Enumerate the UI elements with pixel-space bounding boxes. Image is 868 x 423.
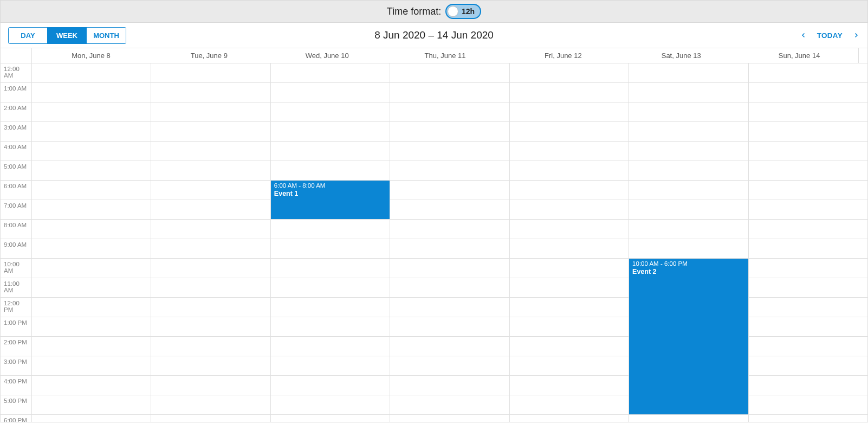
time-cell[interactable]: [390, 415, 509, 422]
time-cell[interactable]: [749, 220, 867, 239]
time-cell[interactable]: [510, 376, 629, 395]
time-cell[interactable]: [151, 259, 270, 278]
time-cell[interactable]: [32, 220, 151, 239]
time-cell[interactable]: [510, 161, 629, 181]
time-cell[interactable]: [271, 259, 390, 278]
time-cell[interactable]: [271, 278, 390, 298]
time-cell[interactable]: [151, 220, 270, 239]
time-cell[interactable]: [510, 200, 629, 220]
time-cell[interactable]: [510, 181, 629, 200]
time-cell[interactable]: [510, 337, 629, 356]
time-cell[interactable]: [510, 259, 629, 278]
time-cell[interactable]: [390, 239, 509, 259]
time-cell[interactable]: [390, 181, 509, 200]
time-cell[interactable]: [390, 122, 509, 142]
time-cell[interactable]: [151, 337, 270, 356]
time-cell[interactable]: [151, 83, 270, 102]
time-cell[interactable]: [629, 220, 748, 239]
time-cell[interactable]: [32, 83, 151, 102]
time-cell[interactable]: [271, 122, 390, 142]
time-cell[interactable]: [629, 142, 748, 161]
time-cell[interactable]: [390, 278, 509, 298]
time-cell[interactable]: [390, 142, 509, 161]
time-cell[interactable]: [629, 63, 748, 83]
view-week-button[interactable]: WEEK: [48, 28, 87, 43]
time-cell[interactable]: [151, 181, 270, 200]
time-cell[interactable]: [151, 415, 270, 422]
day-column[interactable]: [151, 63, 270, 422]
time-cell[interactable]: [390, 395, 509, 415]
time-cell[interactable]: [271, 376, 390, 395]
time-cell[interactable]: [271, 142, 390, 161]
day-column[interactable]: [32, 63, 151, 422]
time-cell[interactable]: [749, 337, 867, 356]
next-arrow-icon[interactable]: [852, 31, 860, 39]
time-cell[interactable]: [151, 356, 270, 376]
time-cell[interactable]: [32, 298, 151, 317]
time-cell[interactable]: [749, 278, 867, 298]
time-cell[interactable]: [510, 142, 629, 161]
time-cell[interactable]: [390, 220, 509, 239]
time-cell[interactable]: [390, 259, 509, 278]
time-cell[interactable]: [151, 376, 270, 395]
time-cell[interactable]: [749, 317, 867, 337]
time-cell[interactable]: [32, 102, 151, 122]
day-column[interactable]: 10:00 AM - 6:00 PMEvent 2: [629, 63, 748, 422]
time-cell[interactable]: [510, 239, 629, 259]
time-cell[interactable]: [749, 122, 867, 142]
time-cell[interactable]: [32, 278, 151, 298]
time-cell[interactable]: [749, 395, 867, 415]
time-cell[interactable]: [510, 415, 629, 422]
time-cell[interactable]: [271, 337, 390, 356]
time-cell[interactable]: [32, 415, 151, 422]
time-cell[interactable]: [510, 102, 629, 122]
time-cell[interactable]: [629, 181, 748, 200]
time-cell[interactable]: [390, 161, 509, 181]
time-cell[interactable]: [32, 317, 151, 337]
time-cell[interactable]: [629, 122, 748, 142]
time-cell[interactable]: [151, 317, 270, 337]
time-cell[interactable]: [32, 337, 151, 356]
view-day-button[interactable]: DAY: [9, 28, 48, 43]
time-cell[interactable]: [32, 181, 151, 200]
prev-arrow-icon[interactable]: [800, 31, 807, 39]
time-cell[interactable]: [510, 298, 629, 317]
time-cell[interactable]: [510, 220, 629, 239]
time-cell[interactable]: [390, 376, 509, 395]
time-cell[interactable]: [629, 83, 748, 102]
calendar-event[interactable]: 10:00 AM - 6:00 PMEvent 2: [629, 259, 748, 414]
time-cell[interactable]: [151, 102, 270, 122]
time-cell[interactable]: [151, 122, 270, 142]
day-column[interactable]: [749, 63, 867, 422]
time-cell[interactable]: [271, 220, 390, 239]
time-cell[interactable]: [32, 200, 151, 220]
time-cell[interactable]: [32, 376, 151, 395]
day-column[interactable]: [390, 63, 509, 422]
time-cell[interactable]: [32, 122, 151, 142]
time-cell[interactable]: [32, 395, 151, 415]
time-cell[interactable]: [749, 259, 867, 278]
view-month-button[interactable]: MONTH: [87, 28, 126, 43]
time-cell[interactable]: [510, 278, 629, 298]
time-cell[interactable]: [32, 259, 151, 278]
time-cell[interactable]: [510, 83, 629, 102]
time-cell[interactable]: [749, 298, 867, 317]
time-cell[interactable]: [510, 395, 629, 415]
day-column[interactable]: 6:00 AM - 8:00 AMEvent 1: [271, 63, 390, 422]
calendar-grid-scroll[interactable]: 12:00 AM1:00 AM2:00 AM3:00 AM4:00 AM5:00…: [0, 63, 868, 422]
time-cell[interactable]: [510, 122, 629, 142]
time-cell[interactable]: [629, 239, 748, 259]
time-cell[interactable]: [32, 356, 151, 376]
time-cell[interactable]: [510, 63, 629, 83]
time-cell[interactable]: [390, 83, 509, 102]
time-cell[interactable]: [749, 161, 867, 181]
time-cell[interactable]: [749, 102, 867, 122]
time-cell[interactable]: [32, 161, 151, 181]
time-cell[interactable]: [629, 102, 748, 122]
time-cell[interactable]: [271, 102, 390, 122]
time-cell[interactable]: [510, 317, 629, 337]
time-cell[interactable]: [749, 415, 867, 422]
time-cell[interactable]: [749, 83, 867, 102]
today-button[interactable]: TODAY: [817, 31, 843, 40]
time-cell[interactable]: [390, 356, 509, 376]
